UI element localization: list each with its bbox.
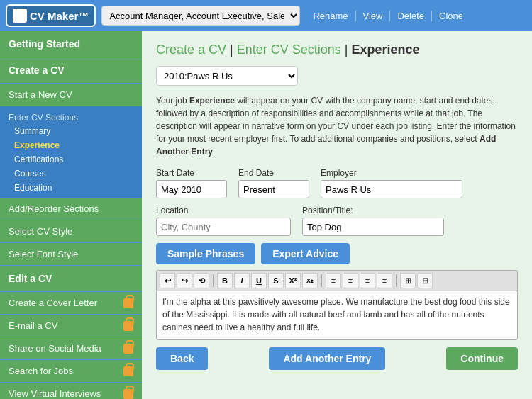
toolbar-superscript[interactable]: X² bbox=[285, 273, 301, 288]
toolbar-strike[interactable]: S bbox=[268, 273, 284, 288]
expert-advice-button[interactable]: Expert Advice bbox=[261, 243, 350, 264]
location-input[interactable] bbox=[156, 218, 291, 236]
sidebar-item-certifications[interactable]: Certifications bbox=[0, 152, 142, 167]
sidebar: Getting Started Create a CV Start a New … bbox=[0, 31, 142, 399]
lock-icon-email bbox=[123, 321, 133, 331]
end-date-label: End Date bbox=[238, 168, 309, 178]
breadcrumb: Create a CV | Enter CV Sections | Experi… bbox=[156, 43, 518, 57]
toolbar-sep1 bbox=[213, 274, 214, 287]
toolbar-reset[interactable]: ⟲ bbox=[194, 273, 209, 288]
position-label: Position/Title: bbox=[302, 206, 444, 215]
toolbar-italic[interactable]: I bbox=[234, 273, 250, 288]
sidebar-item-search-jobs[interactable]: Search for Jobs bbox=[0, 360, 142, 382]
form-dates-employer: Start Date End Date Employer bbox=[156, 168, 518, 198]
sample-phrases-button[interactable]: Sample Phrases bbox=[156, 243, 255, 264]
toolbar-table-remove[interactable]: ⊟ bbox=[417, 273, 433, 288]
advice-buttons: Sample Phrases Expert Advice bbox=[156, 243, 518, 264]
position-group: Position/Title: bbox=[302, 206, 444, 236]
sidebar-item-education[interactable]: Education bbox=[0, 181, 142, 195]
lock-icon-social bbox=[123, 344, 133, 354]
clone-button[interactable]: Clone bbox=[432, 11, 470, 21]
location-label: Location bbox=[156, 206, 291, 215]
breadcrumb-current: Experience bbox=[352, 43, 420, 57]
toolbar-subscript[interactable]: X₂ bbox=[302, 273, 318, 288]
sidebar-item-add-reorder[interactable]: Add/Reorder Sections bbox=[0, 198, 142, 220]
logo: CV Maker™ bbox=[6, 4, 96, 27]
toolbar-table-add[interactable]: ⊞ bbox=[400, 273, 416, 288]
sidebar-item-virtual-interviews[interactable]: View Virtual Interviews bbox=[0, 383, 142, 399]
start-date-input[interactable] bbox=[156, 180, 227, 198]
lock-icon-interviews bbox=[123, 389, 133, 399]
top-bar: CV Maker™ Account Manager, Account Execu… bbox=[0, 0, 532, 31]
back-button[interactable]: Back bbox=[156, 347, 208, 370]
toolbar-sep2 bbox=[321, 274, 322, 287]
sidebar-item-experience[interactable]: Experience bbox=[0, 138, 142, 152]
start-date-label: Start Date bbox=[156, 168, 227, 178]
top-actions: Rename View Delete Clone bbox=[306, 11, 470, 21]
toolbar-underline[interactable]: U bbox=[251, 273, 267, 288]
action-row: Back Add Another Entry Continue bbox=[156, 347, 518, 370]
employer-input[interactable] bbox=[321, 180, 462, 198]
enter-cv-label: Enter CV Sections bbox=[0, 109, 142, 124]
sidebar-section-getting-started[interactable]: Getting Started bbox=[0, 31, 142, 57]
editor-toolbar: ↩ ↪ ⟲ B I U S X² X₂ ≡ ≡ ≡ ≡ ⊞ ⊟ bbox=[156, 270, 518, 291]
cv-dropdown[interactable]: Account Manager, Account Executive, Sale… bbox=[101, 6, 300, 26]
main-layout: Getting Started Create a CV Start a New … bbox=[0, 31, 532, 399]
sidebar-item-courses[interactable]: Courses bbox=[0, 167, 142, 181]
toolbar-sep3 bbox=[396, 274, 397, 287]
cv-select-row: 2010:Paws R Us bbox=[156, 66, 518, 86]
breadcrumb-sep1: | bbox=[230, 43, 237, 57]
editor-content[interactable]: I'm the alpha at this pawsitively awesom… bbox=[156, 291, 518, 340]
breadcrumb-create-cv[interactable]: Create a CV bbox=[156, 43, 226, 57]
content-area: Create a CV | Enter CV Sections | Experi… bbox=[142, 31, 532, 399]
sidebar-section-edit-cv[interactable]: Edit a CV bbox=[0, 266, 142, 291]
sidebar-subsection-enter-cv: Enter CV Sections Summary Experience Cer… bbox=[0, 106, 142, 198]
location-group: Location bbox=[156, 206, 291, 236]
sidebar-item-start-new-cv[interactable]: Start a New CV bbox=[0, 84, 142, 106]
cv-select[interactable]: 2010:Paws R Us bbox=[156, 66, 298, 86]
start-date-group: Start Date bbox=[156, 168, 227, 198]
logo-text: CV Maker™ bbox=[30, 10, 89, 22]
toolbar-list-unordered[interactable]: ≡ bbox=[326, 273, 341, 288]
toolbar-list-ordered[interactable]: ≡ bbox=[343, 273, 358, 288]
lock-icon-cover-letter bbox=[123, 298, 133, 308]
sidebar-item-create-cover-letter[interactable]: Create a Cover Letter bbox=[0, 292, 142, 314]
employer-group: Employer bbox=[321, 168, 462, 198]
lock-icon-jobs bbox=[123, 366, 133, 376]
sidebar-item-email-cv[interactable]: E-mail a CV bbox=[0, 315, 142, 337]
end-date-input[interactable] bbox=[238, 180, 309, 198]
logo-icon bbox=[13, 9, 27, 23]
sidebar-section-create-cv[interactable]: Create a CV bbox=[0, 57, 142, 83]
delete-button[interactable]: Delete bbox=[390, 11, 432, 21]
continue-button[interactable]: Continue bbox=[446, 347, 518, 370]
end-date-group: End Date bbox=[238, 168, 309, 198]
sidebar-item-summary[interactable]: Summary bbox=[0, 124, 142, 138]
toolbar-bold[interactable]: B bbox=[217, 273, 233, 288]
form-location-position: Location Position/Title: bbox=[156, 206, 518, 236]
position-input[interactable] bbox=[302, 218, 444, 236]
view-button[interactable]: View bbox=[356, 11, 391, 21]
toolbar-undo[interactable]: ↩ bbox=[160, 273, 175, 288]
toolbar-indent[interactable]: ≡ bbox=[360, 273, 375, 288]
breadcrumb-enter-sections[interactable]: Enter CV Sections bbox=[237, 43, 341, 57]
description-text: Your job Experience will appear on your … bbox=[156, 94, 518, 158]
sidebar-item-share-social[interactable]: Share on Social Media bbox=[0, 337, 142, 359]
employer-label: Employer bbox=[321, 168, 462, 178]
sidebar-item-select-cv-style[interactable]: Select CV Style bbox=[0, 220, 142, 242]
add-entry-button[interactable]: Add Another Entry bbox=[269, 347, 385, 370]
rename-button[interactable]: Rename bbox=[306, 11, 355, 21]
breadcrumb-sep2: | bbox=[345, 43, 352, 57]
sidebar-item-select-font-style[interactable]: Select Font Style bbox=[0, 243, 142, 265]
toolbar-outdent[interactable]: ≡ bbox=[377, 273, 392, 288]
toolbar-redo[interactable]: ↪ bbox=[177, 273, 192, 288]
